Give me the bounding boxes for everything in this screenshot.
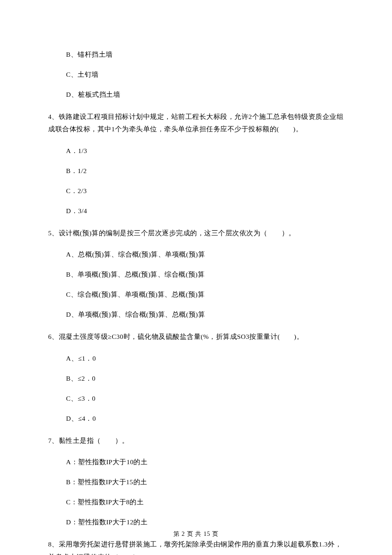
question-4-option-b: B．1/2 bbox=[66, 167, 344, 176]
question-8-stem: 8、采用墩旁托架进行悬臂拼装施工，墩旁托架除承受由钢梁作用的垂直力乘以超载系数1… bbox=[48, 538, 344, 555]
question-7-option-d: D：塑性指数IP大于12的土 bbox=[66, 518, 344, 527]
question-4-option-d: D．3/4 bbox=[66, 207, 344, 216]
question-6-option-c: C、≤3．0 bbox=[66, 394, 344, 403]
question-6-option-a: A、≤1．0 bbox=[66, 354, 344, 363]
question-7-option-b: B：塑性指数IP大于15的土 bbox=[66, 478, 344, 487]
question-6-option-b: B、≤2．0 bbox=[66, 374, 344, 383]
option-d: D、桩板式挡土墙 bbox=[66, 90, 344, 99]
option-c: C、土钉墙 bbox=[66, 70, 344, 79]
question-4-stem: 4、铁路建设工程项目招标计划中规定，站前工程长大标段，允许2个施工总承包特级资质… bbox=[48, 110, 344, 136]
question-5-option-a: A、总概(预)算、综合概(预)算、单项概(预)算 bbox=[66, 250, 344, 259]
question-7-option-a: A：塑性指数IP大于10的土 bbox=[66, 458, 344, 467]
question-7-option-c: C：塑性指数IP大于8的土 bbox=[66, 498, 344, 507]
question-4-option-c: C．2/3 bbox=[66, 187, 344, 196]
question-5-stem: 5、设计概(预)算的编制是按三个层次逐步完成的，这三个层次依次为（ ）。 bbox=[48, 227, 344, 239]
option-b: B、锚杆挡土墙 bbox=[66, 50, 344, 59]
question-5-option-d: D、单项概(预)算、综合概(预)算、总概(预)算 bbox=[66, 310, 344, 319]
document-page: B、锚杆挡土墙 C、土钉墙 D、桩板式挡土墙 4、铁路建设工程项目招标计划中规定… bbox=[0, 0, 392, 555]
question-4-option-a: A．1/3 bbox=[66, 147, 344, 156]
question-6-option-d: D、≤4．0 bbox=[66, 414, 344, 423]
page-footer: 第 2 页 共 15 页 bbox=[0, 530, 392, 538]
question-7-stem: 7、黏性土是指（ ）。 bbox=[48, 434, 344, 447]
question-5-option-b: B、单项概(预)算、总概(预)算、综合概(预)算 bbox=[66, 270, 344, 279]
question-5-option-c: C、综合概(预)算、单项概(预)算、总概(预)算 bbox=[66, 290, 344, 299]
question-6-stem: 6、混凝土强度等级≥C30时，硫化物及硫酸盐含量(%，折算成SO3按重量计( )… bbox=[48, 330, 344, 343]
